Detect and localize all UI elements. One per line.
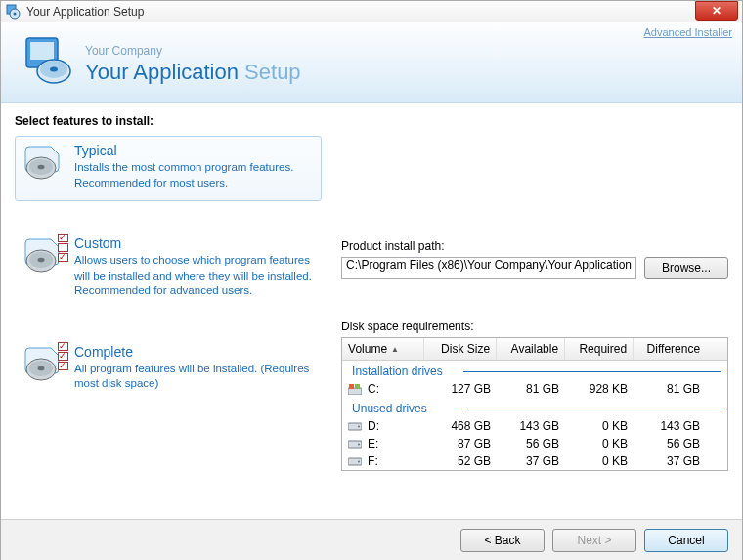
svg-point-13 <box>38 258 45 263</box>
next-button[interactable]: Next > <box>552 529 636 552</box>
app-name-text: Your Application <box>85 60 239 84</box>
col-available[interactable]: Available <box>497 338 565 360</box>
close-icon: ✕ <box>712 5 721 17</box>
feature-custom-icon <box>23 236 65 275</box>
svg-rect-17 <box>348 388 362 395</box>
disk-requirements-label: Disk space requirements: <box>341 320 728 333</box>
table-row[interactable]: D: 468 GB 143 GB 0 KB 143 GB <box>342 417 727 435</box>
footer: < Back Next > Cancel <box>1 519 742 560</box>
browse-button[interactable]: Browse... <box>644 257 728 279</box>
feature-typical[interactable]: Typical Installs the most common program… <box>15 136 322 201</box>
header-banner: Advanced Installer Your Company Your App… <box>1 22 742 103</box>
feature-custom[interactable]: Custom Allows users to choose which prog… <box>15 229 322 310</box>
company-name: Your Company <box>85 44 162 58</box>
product-logo-icon <box>22 36 73 85</box>
disk-table: Volume▲ Disk Size Available Required Dif… <box>341 337 728 471</box>
disk-table-header: Volume▲ Disk Size Available Required Dif… <box>342 338 727 361</box>
app-title: Your Application Setup <box>85 60 301 85</box>
right-pane: Product install path: C:\Program Files (… <box>331 103 742 519</box>
titlebar[interactable]: Your Application Setup ✕ <box>1 1 742 22</box>
windows-drive-icon <box>348 384 362 395</box>
svg-point-2 <box>14 12 17 15</box>
group-installation-drives: Installation drives <box>342 361 727 380</box>
col-disk-size[interactable]: Disk Size <box>424 338 497 360</box>
setup-word: Setup <box>244 60 301 84</box>
col-volume[interactable]: Volume▲ <box>342 338 424 360</box>
svg-point-25 <box>358 460 360 462</box>
svg-point-10 <box>38 165 45 170</box>
app-icon <box>5 4 21 20</box>
feature-desc: All program features will be installed. … <box>74 362 313 392</box>
feature-title: Typical <box>74 143 313 158</box>
table-row[interactable]: C: 127 GB 81 GB 928 KB 81 GB <box>342 380 727 398</box>
drive-icon <box>348 456 362 467</box>
svg-point-16 <box>38 366 45 370</box>
drive-icon <box>348 421 362 432</box>
svg-rect-19 <box>355 384 360 389</box>
feature-desc: Allows users to choose which program fea… <box>74 253 313 299</box>
install-path-input[interactable]: C:\Program Files (x86)\Your Company\Your… <box>341 257 636 279</box>
svg-point-21 <box>358 425 360 427</box>
svg-rect-18 <box>349 384 354 389</box>
col-required[interactable]: Required <box>565 338 634 360</box>
svg-point-7 <box>50 67 58 72</box>
advanced-installer-link[interactable]: Advanced Installer <box>644 26 733 38</box>
col-difference[interactable]: Difference <box>634 338 706 360</box>
feature-complete[interactable]: Complete All program features will be in… <box>15 337 322 403</box>
feature-desc: Installs the most common program feature… <box>74 160 313 191</box>
close-button[interactable]: ✕ <box>695 1 738 21</box>
feature-complete-icon <box>23 344 65 383</box>
sort-asc-icon: ▲ <box>391 345 399 354</box>
svg-point-23 <box>358 443 360 445</box>
back-button[interactable]: < Back <box>460 529 545 552</box>
body: Select features to install: Typical Inst… <box>1 103 742 519</box>
drive-icon <box>348 439 362 450</box>
feature-title: Complete <box>74 344 313 360</box>
window-title: Your Application Setup <box>26 5 695 19</box>
table-row[interactable]: E: 87 GB 56 GB 0 KB 56 GB <box>342 435 727 452</box>
select-features-heading: Select features to install: <box>15 114 322 128</box>
feature-title: Custom <box>74 236 313 251</box>
left-pane: Select features to install: Typical Inst… <box>1 103 331 519</box>
svg-rect-4 <box>30 42 54 60</box>
table-row[interactable]: F: 52 GB 37 GB 0 KB 37 GB <box>342 452 727 470</box>
feature-typical-icon <box>23 143 65 182</box>
installer-window: Your Application Setup ✕ Advanced Instal… <box>0 0 743 560</box>
group-unused-drives: Unused drives <box>342 398 727 417</box>
cancel-button[interactable]: Cancel <box>644 529 728 552</box>
install-path-label: Product install path: <box>341 239 728 253</box>
